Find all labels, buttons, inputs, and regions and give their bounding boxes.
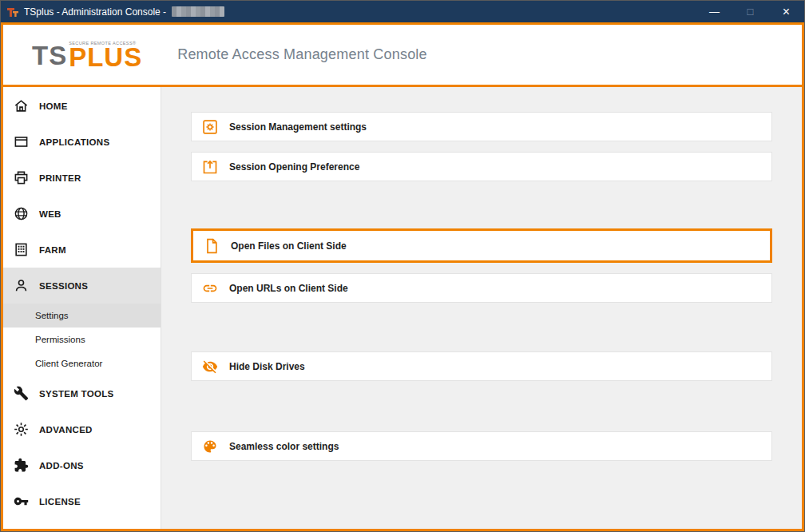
tile-open-urls-client-side[interactable]: Open URLs on Client Side <box>191 273 772 303</box>
addons-icon <box>14 458 29 473</box>
open-urls-icon <box>202 280 218 296</box>
sidebar-item-add-ons[interactable]: ADD-ONS <box>3 447 161 483</box>
tile-session-management-settings[interactable]: Session Management settings <box>191 112 772 141</box>
body-area: HOME APPLICATIONS PRINTER <box>3 87 802 529</box>
header: TS SECURE REMOTE ACCESS® PLUS Remote Acc… <box>3 25 802 87</box>
open-files-icon <box>204 238 220 254</box>
maximize-button[interactable]: □ <box>732 1 768 22</box>
tile-open-files-client-side[interactable]: Open Files on Client Side <box>191 228 772 263</box>
logo-plus-text: PLUS <box>69 46 142 68</box>
tile-session-opening-preference[interactable]: Session Opening Preference <box>191 152 772 181</box>
close-button[interactable]: × <box>768 1 804 22</box>
sidebar-item-web[interactable]: WEB <box>3 196 161 232</box>
home-icon <box>14 98 29 113</box>
app-icon <box>6 6 19 18</box>
title-bar: TSplus - Administration Console - — □ × <box>1 1 804 22</box>
session-settings-group: Session Management settings Session Open… <box>191 112 802 181</box>
logo-ts-text: TS <box>32 43 67 68</box>
redacted-hostname <box>172 6 224 17</box>
tile-hide-disk-drives[interactable]: Hide Disk Drives <box>191 351 772 381</box>
sidebar-item-home[interactable]: HOME <box>3 88 161 124</box>
sidebar-subitem-client-generator[interactable]: Client Generator <box>3 351 161 375</box>
sidebar-item-advanced[interactable]: ADVANCED <box>3 411 161 447</box>
printer-icon <box>14 170 29 185</box>
color-settings-group: Seamless color settings <box>191 431 802 461</box>
sidebar-item-system-tools[interactable]: SYSTEM TOOLS <box>3 375 161 411</box>
sidebar-item-applications[interactable]: APPLICATIONS <box>3 124 161 160</box>
sidebar-item-farm[interactable]: FARM <box>3 232 161 268</box>
app-window: TSplus - Administration Console - — □ × … <box>0 0 805 532</box>
applications-icon <box>14 134 29 149</box>
sidebar-item-license[interactable]: LICENSE <box>3 483 161 519</box>
content-panel: Session Management settings Session Open… <box>161 87 802 529</box>
farm-icon <box>14 242 29 257</box>
session-settings-icon <box>202 119 218 135</box>
sidebar-item-sessions[interactable]: SESSIONS <box>3 268 161 304</box>
tsplus-logo: TS SECURE REMOTE ACCESS® PLUS <box>32 41 142 68</box>
sidebar-subitem-permissions[interactable]: Permissions <box>3 328 161 351</box>
window-title: TSplus - Administration Console - <box>24 6 166 18</box>
sidebar: HOME APPLICATIONS PRINTER <box>3 87 161 529</box>
license-icon <box>14 494 29 509</box>
disk-drives-group: Hide Disk Drives <box>191 351 802 381</box>
client-side-group: Open Files on Client Side Open URLs on C… <box>191 228 802 303</box>
page-title: Remote Access Management Console <box>177 46 427 63</box>
web-icon <box>14 206 29 221</box>
system-tools-icon <box>14 386 29 401</box>
window-controls: — □ × <box>696 1 804 22</box>
sidebar-item-printer[interactable]: PRINTER <box>3 160 161 196</box>
seamless-color-icon <box>202 439 218 455</box>
sidebar-subitem-settings[interactable]: Settings <box>3 304 161 328</box>
session-opening-icon <box>202 159 218 175</box>
minimize-button[interactable]: — <box>696 1 732 22</box>
advanced-icon <box>14 422 29 437</box>
hide-disk-drives-icon <box>202 359 218 375</box>
orange-frame: TS SECURE REMOTE ACCESS® PLUS Remote Acc… <box>1 22 804 531</box>
sessions-icon <box>14 278 29 293</box>
tile-seamless-color-settings[interactable]: Seamless color settings <box>191 431 772 461</box>
